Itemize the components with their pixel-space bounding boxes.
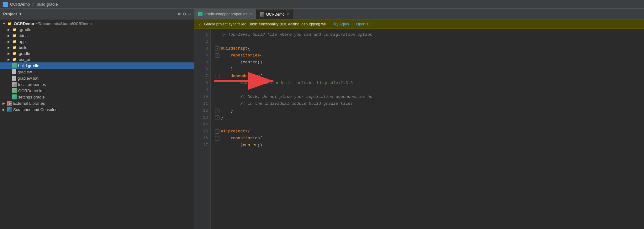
gradlew-label: gradlew	[18, 70, 32, 74]
settings-gradle-label: settings.gradle	[18, 95, 45, 99]
fold-icon-3[interactable]: −	[215, 46, 219, 51]
sidebar-item-ocr-ui[interactable]: 📁 ocr_ui	[0, 56, 194, 62]
try-again-link[interactable]: Try Again	[333, 22, 349, 26]
idea-arrow	[8, 34, 12, 37]
notification-text: Gradle project sync failed. Basic functi…	[204, 22, 330, 26]
sidebar-item-gradlew-bat[interactable]: gradlew.bat	[0, 75, 194, 81]
gradlew-icon	[12, 69, 16, 74]
gradle-wrapper-tab-close[interactable]: ✕	[249, 12, 252, 16]
sidebar-item-gradle-folder[interactable]: 📁 gradle	[0, 51, 194, 56]
code-line-17: jcenter ()	[215, 142, 644, 149]
sidebar-item-scratches[interactable]: Scratches and Consoles	[0, 106, 194, 113]
line-num-12: 12	[194, 107, 210, 114]
gradle-wrapper-tab-icon	[198, 12, 203, 16]
gradle-folder-label: gradle	[19, 51, 30, 56]
iml-icon	[12, 88, 17, 93]
gradle-folder-icon: 📁	[12, 28, 18, 32]
line-num-6: 6	[194, 66, 210, 73]
line-num-11: 11	[194, 100, 210, 107]
sidebar-item-gradlew[interactable]: gradlew	[0, 69, 194, 75]
line10-comment: // NOTE: Do not place your application d…	[240, 93, 372, 100]
tree-root-item[interactable]: 📁 OCRDemo ~/Documents/Studio/OCRDemo	[0, 21, 194, 27]
gradle-folder-arrow	[8, 52, 12, 55]
line-num-8: 8	[194, 80, 210, 87]
line-num-17: 17	[194, 142, 210, 149]
notification-icon: ⚠	[199, 21, 201, 27]
code-line-11: // in the individual module build.gradle…	[215, 100, 644, 107]
libraries-icon: 📚	[7, 101, 12, 106]
gradle-dir-icon: 📁	[12, 51, 18, 56]
code-content[interactable]: // Top-level build file where you can ad…	[211, 29, 644, 229]
sidebar-item-dot-idea[interactable]: 📁 .idea	[0, 33, 194, 39]
code-line-12: + }	[215, 107, 644, 114]
line-num-5: 5	[194, 59, 210, 66]
gradlew-bat-label: gradlew.bat	[18, 76, 39, 81]
line-num-16: 16	[194, 135, 210, 142]
fold-icon-7[interactable]: −	[215, 74, 219, 78]
editor-area: gradle-wrapper.properties ✕ OCRDemo ✕ ⚠ …	[194, 9, 644, 229]
line16-keyword: repositories	[230, 135, 260, 142]
build-gradle-icon	[12, 63, 17, 68]
app-arrow	[8, 40, 12, 43]
app-label: app	[19, 39, 26, 44]
fold-icon-12[interactable]: +	[215, 109, 219, 113]
build-gradle-label: build.gradle	[18, 63, 39, 68]
notification-bar: ⚠ Gradle project sync failed. Basic func…	[194, 19, 644, 29]
collapse-icon[interactable]: —	[188, 12, 191, 17]
code-line-15: − allprojects {	[215, 128, 644, 135]
sidebar-item-external-libraries[interactable]: 📚 External Libraries	[0, 100, 194, 106]
line8-classpath: classpath	[240, 80, 262, 87]
code-line-3: − buildscript {	[215, 45, 644, 52]
line-num-9: 9	[194, 87, 210, 93]
code-line-4: − repositories {	[215, 52, 644, 59]
code-line-14	[215, 121, 644, 128]
local-properties-icon	[12, 82, 17, 87]
sidebar-item-local-properties[interactable]: local.properties	[0, 81, 194, 88]
title-project: OCRDemo	[10, 2, 30, 7]
sidebar-toolbar: ⊕ ⚙ —	[178, 11, 191, 17]
line15-keyword: allprojects	[221, 128, 248, 135]
add-icon[interactable]: ⊕	[178, 11, 181, 17]
ocrdemo-tab-label: OCRDemo	[266, 12, 285, 17]
ocrdemo-tab-close[interactable]: ✕	[286, 12, 289, 16]
sidebar-dropdown-arrow[interactable]: ▼	[19, 12, 22, 16]
settings-gear-icon[interactable]: ⚙	[183, 11, 186, 17]
code-editor[interactable]: 1 2 3 4 5 6 7 8 9 10 11 12 13 14 15 16 1…	[194, 29, 644, 229]
code-line-9	[215, 87, 644, 93]
main-layout: Project ▼ ⊕ ⚙ — 📁 OCRDemo ~/Documents/St…	[0, 9, 644, 229]
line-num-2: 2	[194, 38, 210, 45]
idea-folder-icon: 📁	[12, 34, 18, 38]
code-line-1: // Top-level build file where you can ad…	[215, 31, 644, 38]
title-bar: OCRDemo / build.gradle	[0, 0, 644, 9]
line-num-14: 14	[194, 121, 210, 128]
line3-keyword: buildscript	[221, 45, 248, 52]
sidebar-item-app[interactable]: 📁 app	[0, 39, 194, 45]
line-num-7: 7	[194, 73, 210, 80]
fold-icon-15[interactable]: −	[215, 129, 219, 134]
line-num-3: 3	[194, 45, 210, 52]
root-arrow	[3, 22, 7, 25]
code-line-10: // NOTE: Do not place your application d…	[215, 93, 644, 100]
notification-sep	[351, 22, 354, 26]
line4-keyword: repositories	[230, 52, 260, 59]
code-line-6: }	[215, 66, 644, 73]
build-label: build	[19, 45, 27, 50]
open-bu-link[interactable]: Open 'Bu	[356, 22, 372, 26]
tab-ocrdemo[interactable]: OCRDemo ✕	[256, 9, 293, 19]
line-num-10: 10	[194, 93, 210, 100]
fold-icon-4[interactable]: −	[215, 53, 219, 58]
sidebar-item-build[interactable]: 📁 build	[0, 45, 194, 51]
app-folder-icon: 📁	[12, 40, 18, 44]
tab-gradle-wrapper[interactable]: gradle-wrapper.properties ✕	[194, 9, 256, 19]
sidebar-item-dot-gradle[interactable]: 📁 .gradle	[0, 27, 194, 33]
fold-icon-13[interactable]: +	[215, 115, 219, 120]
line-numbers: 1 2 3 4 5 6 7 8 9 10 11 12 13 14 15 16 1…	[194, 29, 211, 229]
sidebar-header: Project ▼ ⊕ ⚙ —	[0, 9, 194, 19]
sidebar-item-ocrdemo-iml[interactable]: OCRDemo.iml	[0, 88, 194, 94]
code-line-16: − repositories {	[215, 135, 644, 142]
sidebar-item-settings-gradle[interactable]: settings.gradle	[0, 94, 194, 100]
sidebar-item-build-gradle[interactable]: build.gradle	[0, 62, 194, 69]
ocrdemo-tab-icon	[260, 12, 264, 17]
sidebar: Project ▼ ⊕ ⚙ — 📁 OCRDemo ~/Documents/St…	[0, 9, 194, 229]
fold-icon-16[interactable]: −	[215, 136, 219, 141]
